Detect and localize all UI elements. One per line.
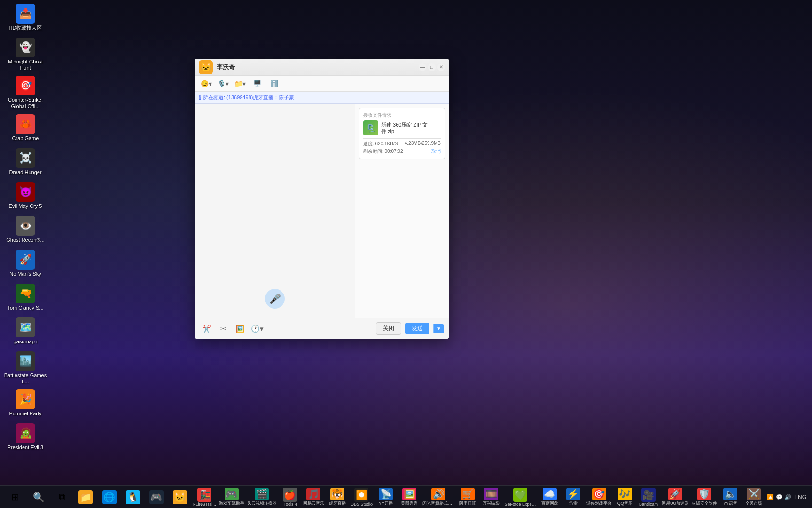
send-button[interactable]: 发送 bbox=[405, 323, 429, 334]
chat-status-text: 所在频道: (13699498)虎牙直播：陈子豪 bbox=[203, 94, 294, 101]
emoji-button[interactable]: 😊▾ bbox=[200, 77, 213, 90]
desktop-icon-no-mans-sky[interactable]: 🚀 No Man's Sky bbox=[2, 248, 49, 281]
desktop-icon-tom-clancy[interactable]: 🔫 Tom Clancy S... bbox=[2, 282, 49, 315]
taskbar-icon-netease-acc: 🚀 bbox=[668, 488, 682, 501]
taskbar-label-360-safe: 火绒安全软件 bbox=[692, 500, 717, 506]
icon-label-midnight-ghost: Midnight Ghost Hunt bbox=[4, 59, 47, 71]
icon-img-pummel-party: 🎉 bbox=[16, 389, 35, 409]
taskbar-icon-netease-music: 🎵 bbox=[306, 488, 320, 501]
taskview-button[interactable]: ⧉ bbox=[51, 487, 73, 508]
icon-img-ghost-recon: 👁️ bbox=[16, 216, 35, 236]
taskbar-app-netease-music[interactable]: 🎵 网易云音乐 bbox=[302, 487, 325, 508]
taskbar-icon-fengyu-video: 🎬 bbox=[255, 488, 269, 501]
desktop-icon-ghost-recon[interactable]: 👁️ Ghost Recon®... bbox=[2, 214, 49, 247]
file-time-row: 剩余时间: 00:07:02 取消 bbox=[363, 148, 441, 155]
taskbar-label-geforce: GeForce Experience bbox=[504, 502, 536, 507]
time-label: 剩余时间: 00:07:02 bbox=[363, 148, 403, 155]
taskbar-app-xunlei[interactable]: ⚡ 迅雷 bbox=[562, 487, 585, 508]
taskbar-app-netease-acc[interactable]: 🚀 网易UU加速器 bbox=[661, 487, 690, 508]
desktop-icons-container: 📥 HD收藏技大区 👻 Midnight Ghost Hunt 🎯 Counte… bbox=[0, 0, 52, 508]
taskbar-app-meitu[interactable]: 🖼️ 美图秀秀 bbox=[398, 487, 421, 508]
taskbar-label-xunlei: 迅雷 bbox=[563, 500, 584, 506]
icon-img-hd-shoucang: 📥 bbox=[16, 4, 35, 24]
mic-floating-button[interactable]: 🎤 bbox=[265, 289, 285, 309]
desktop-icon-counterstrike[interactable]: 🎯 Counter-Strike: Global Offi... bbox=[2, 74, 49, 111]
history-tool[interactable]: 🕐▾ bbox=[250, 322, 264, 335]
chat-title-name: 李沃奇 bbox=[217, 63, 419, 71]
taskbar-icon-explorer: 📁 bbox=[78, 490, 93, 504]
file-button[interactable]: 📁▾ bbox=[234, 77, 247, 90]
icon-label-battlestate: Battlestate Games L... bbox=[4, 373, 47, 385]
image-tool[interactable]: 🖼️ bbox=[234, 322, 247, 335]
icon-img-crab-game: 🦀 bbox=[16, 114, 35, 134]
taskbar-app-wanxing-shadow[interactable]: 🎞️ 万兴喵影 bbox=[480, 487, 502, 508]
taskbar-app-huya-app[interactable]: 🐯 虎牙直播 bbox=[326, 487, 349, 508]
desktop-icon-hd-shoucang[interactable]: 📥 HD收藏技大区 bbox=[2, 2, 49, 35]
search-button[interactable]: 🔍 bbox=[27, 487, 50, 508]
taskbar-label-fengyu-video: 风云视频转换器 bbox=[247, 500, 277, 506]
taskbar-icon-total-battle: ⚔️ bbox=[747, 488, 761, 501]
taskbar-app-itools4[interactable]: 🍎 iTools 4 bbox=[279, 487, 301, 508]
taskbar-app-shanguang[interactable]: 🔊 闪光音频格式转换器 bbox=[422, 487, 455, 508]
taskbar-app-bandicam[interactable]: 🎥 Bandicam bbox=[637, 487, 660, 508]
taskbar-app-aliexpress[interactable]: 🛒 阿里旺旺 bbox=[456, 487, 479, 508]
desktop-icon-gasomap[interactable]: 🗺️ gasomap i bbox=[2, 316, 49, 349]
taskbar-app-yy[interactable]: 📡 YY开播 bbox=[375, 487, 397, 508]
taskbar-icon-qq-taskbar: 🐧 bbox=[126, 490, 140, 504]
minimize-button[interactable]: — bbox=[419, 64, 426, 71]
icon-img-battlestate: 🏙️ bbox=[16, 351, 35, 371]
scissors-tool[interactable]: ✂️ bbox=[200, 322, 213, 335]
chat-avatar: 🐱 bbox=[199, 60, 213, 74]
taskbar-icon-360-safe: 🛡️ bbox=[697, 488, 711, 501]
icon-label-hd-shoucang: HD收藏技大区 bbox=[9, 25, 42, 31]
taskbar-icon-flingtrain: 🚂 bbox=[197, 488, 211, 502]
taskview-icon: ⧉ bbox=[55, 490, 69, 504]
desktop-icon-crab-game[interactable]: 🦀 Crab Game bbox=[2, 112, 49, 145]
cancel-transfer-button[interactable]: 取消 bbox=[431, 148, 441, 155]
icon-label-dread-hunger: Dread Hunger bbox=[9, 169, 41, 175]
close-button[interactable]: ✕ bbox=[437, 64, 445, 71]
taskbar-label-game-assist: 游戏车流助手 bbox=[219, 500, 244, 506]
taskbar-app-total-battle[interactable]: ⚔️ 全民市场 bbox=[742, 487, 765, 508]
tray-icons: 🔼 💬 🔊 bbox=[767, 494, 791, 500]
taskbar-app-fengyu-video[interactable]: 🎬 风云视频转换器 bbox=[246, 487, 278, 508]
taskbar-app-flingtrain[interactable]: 🚂 FLiNGTrai... bbox=[192, 487, 217, 508]
taskbar-app-huya-taskbar[interactable]: 🐱 bbox=[169, 487, 191, 508]
taskbar-label-wanxing-shadow: 万兴喵影 bbox=[481, 500, 501, 506]
maximize-button[interactable]: □ bbox=[428, 64, 436, 71]
chat-body: 🎤 接收文件请求 🗜️ 新建 360压缩 ZIP 文件.zip 速度: 620.… bbox=[195, 104, 449, 318]
desktop-icon-dread-hunger[interactable]: ☠️ Dread Hunger bbox=[2, 146, 49, 179]
taskbar-label-yy: YY开播 bbox=[375, 500, 396, 506]
taskbar-label-netease-acc: 网易UU加速器 bbox=[662, 500, 689, 506]
start-button[interactable]: ⊞ bbox=[4, 487, 26, 508]
taskbar-app-baidu-disk[interactable]: ☁️ 百度网盘 bbox=[538, 487, 561, 508]
taskbar: ⊞ 🔍 ⧉ 📁 🌐 🐧 🎮 🐱 🚂 FLiNGTrai... 🎮 游戏车流助手 … bbox=[0, 485, 812, 508]
icon-label-ghost-recon: Ghost Recon®... bbox=[6, 237, 44, 243]
taskbar-app-game-assist[interactable]: 🎮 游戏车流助手 bbox=[218, 487, 245, 508]
send-arrow-button[interactable]: ▼ bbox=[433, 324, 444, 333]
capture-tool[interactable]: ✂ bbox=[217, 322, 230, 335]
taskbar-label-yy-speech: YY语音 bbox=[720, 500, 741, 506]
taskbar-app-edge[interactable]: 🌐 bbox=[98, 487, 121, 508]
desktop-icon-midnight-ghost[interactable]: 👻 Midnight Ghost Hunt bbox=[2, 36, 49, 73]
taskbar-app-obs[interactable]: ⏺️ OBS Studio bbox=[350, 487, 374, 508]
taskbar-app-qq-music[interactable]: 🎶 QQ音乐 bbox=[614, 487, 636, 508]
language-indicator: ENG bbox=[794, 494, 806, 500]
chat-messages-area[interactable]: 🎤 bbox=[195, 104, 355, 318]
close-chat-button[interactable]: 关闭 bbox=[376, 322, 401, 335]
info-button[interactable]: ℹ️ bbox=[267, 77, 281, 90]
desktop-icon-pummel-party[interactable]: 🎉 Pummel Party bbox=[2, 388, 49, 421]
screen-button[interactable]: 🖥️ bbox=[250, 77, 264, 90]
taskbar-app-game-fight[interactable]: 🎯 游侠对战平台 bbox=[586, 487, 613, 508]
desktop-icon-battlestate[interactable]: 🏙️ Battlestate Games L... bbox=[2, 349, 49, 387]
taskbar-app-360-safe[interactable]: 🛡️ 火绒安全软件 bbox=[691, 487, 718, 508]
desktop-icon-president-evil[interactable]: 🧟 President Evil 3 bbox=[2, 421, 49, 454]
taskbar-icon-steam: 🎮 bbox=[149, 490, 164, 504]
desktop-icon-evil-may-cry[interactable]: 😈 Evil May Cry 5 bbox=[2, 180, 49, 213]
taskbar-app-explorer[interactable]: 📁 bbox=[74, 487, 97, 508]
mic-button-toolbar[interactable]: 🎙️▾ bbox=[217, 77, 230, 90]
taskbar-app-qq-taskbar[interactable]: 🐧 bbox=[122, 487, 144, 508]
taskbar-app-steam[interactable]: 🎮 bbox=[145, 487, 168, 508]
taskbar-app-yy-speech[interactable]: 🔈 YY语音 bbox=[719, 487, 742, 508]
taskbar-app-geforce[interactable]: 💚 GeForce Experience bbox=[503, 487, 537, 508]
